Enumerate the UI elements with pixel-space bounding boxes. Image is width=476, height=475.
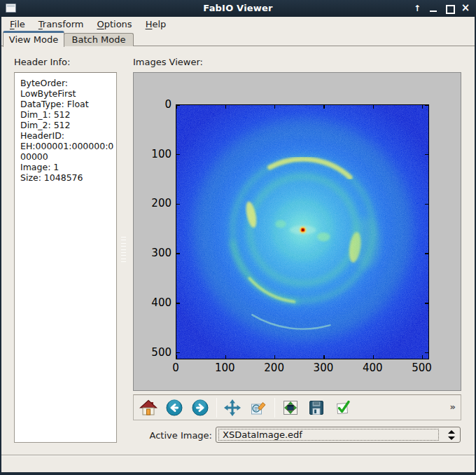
tick-label: 500 bbox=[134, 346, 172, 359]
menu-file[interactable]: File bbox=[10, 19, 25, 29]
header-entry: Dim_1: 512 bbox=[20, 109, 114, 120]
back-icon[interactable] bbox=[164, 397, 185, 418]
toolbar-overflow-chevron[interactable]: » bbox=[450, 401, 456, 412]
tick-label: 100 bbox=[209, 362, 240, 374]
tick-mark bbox=[225, 105, 227, 109]
tick-label: 100 bbox=[134, 148, 172, 160]
pane-divider bbox=[1, 455, 475, 456]
diffraction-image[interactable] bbox=[176, 104, 429, 359]
save-icon[interactable] bbox=[306, 397, 327, 418]
tick-mark bbox=[422, 355, 424, 359]
forward-icon[interactable] bbox=[190, 397, 211, 418]
window-title: FabIO Viewer bbox=[0, 3, 476, 13]
menubar: File Transform Options Help bbox=[1, 17, 475, 31]
matplotlib-canvas[interactable]: 01002003004005000100200300400500 bbox=[133, 72, 461, 391]
tab-view-mode[interactable]: View Mode bbox=[3, 31, 64, 47]
tick-mark bbox=[425, 104, 428, 106]
statusbar bbox=[1, 457, 475, 472]
tick-mark bbox=[425, 352, 428, 354]
tick-mark bbox=[425, 204, 428, 205]
images-viewer-label: Images Viewer: bbox=[133, 57, 203, 67]
titlebar[interactable]: FabIO Viewer ↑ × bbox=[0, 0, 476, 17]
header-info-label: Header Info: bbox=[14, 57, 70, 67]
close-icon[interactable]: × bbox=[461, 4, 470, 13]
tick-mark bbox=[274, 105, 276, 109]
active-image-label: Active Image: bbox=[128, 430, 212, 441]
minimize-icon[interactable] bbox=[428, 4, 438, 13]
tick-label: 500 bbox=[407, 362, 438, 374]
tick-label: 0 bbox=[134, 98, 172, 111]
tick-mark bbox=[274, 355, 276, 359]
header-entry: DataType: Float bbox=[20, 99, 114, 109]
tick-mark bbox=[176, 154, 180, 156]
header-entry: Dim_2: 512 bbox=[20, 120, 114, 130]
tick-label: 200 bbox=[259, 362, 290, 374]
tick-label: 300 bbox=[134, 247, 172, 259]
pan-icon[interactable] bbox=[222, 397, 243, 418]
configure-subplots-icon[interactable] bbox=[280, 397, 301, 418]
tick-mark bbox=[425, 303, 428, 304]
tick-mark bbox=[373, 355, 374, 359]
menu-options[interactable]: Options bbox=[97, 19, 132, 29]
home-icon[interactable] bbox=[138, 397, 159, 418]
tick-mark bbox=[323, 105, 325, 109]
navigation-toolbar: » bbox=[133, 394, 461, 420]
tick-mark bbox=[323, 355, 325, 359]
tick-mark bbox=[176, 352, 180, 354]
tick-mark bbox=[425, 154, 428, 156]
tick-mark bbox=[176, 105, 177, 109]
active-image-value: XSDataImage.edf bbox=[218, 429, 439, 441]
tick-mark bbox=[176, 104, 180, 106]
tab-batch-mode[interactable]: Batch Mode bbox=[64, 33, 134, 46]
tick-mark bbox=[176, 355, 177, 359]
tick-mark bbox=[225, 355, 227, 359]
combobox-spinner-icon[interactable] bbox=[446, 429, 456, 441]
tick-mark bbox=[176, 253, 180, 254]
tick-label: 400 bbox=[134, 296, 172, 309]
tick-label: 0 bbox=[160, 362, 191, 374]
header-entry: ByteOrder: LowByteFirst bbox=[20, 78, 114, 99]
tick-mark bbox=[373, 105, 374, 109]
shade-icon[interactable]: ↑ bbox=[412, 4, 422, 13]
header-entry: Image: 1 bbox=[20, 162, 114, 172]
header-entry: Size: 1048576 bbox=[20, 172, 114, 183]
tick-label: 400 bbox=[357, 362, 388, 374]
toolbar-separator bbox=[274, 398, 275, 418]
tick-label: 300 bbox=[308, 362, 339, 374]
zoom-rect-icon[interactable] bbox=[248, 397, 269, 418]
header-info-list[interactable]: ByteOrder: LowByteFirst DataType: Float … bbox=[14, 72, 117, 443]
toolbar-separator bbox=[216, 398, 217, 418]
apply-check-icon[interactable] bbox=[332, 397, 353, 418]
tick-mark bbox=[176, 204, 180, 205]
menu-help[interactable]: Help bbox=[146, 19, 167, 29]
tick-label: 200 bbox=[134, 197, 172, 209]
maximize-icon[interactable] bbox=[444, 4, 454, 13]
panel-splitter-handle[interactable] bbox=[120, 236, 127, 263]
tick-mark bbox=[176, 303, 180, 304]
tick-mark bbox=[425, 253, 428, 254]
header-entry: HeaderID: EH:000001:000000:000000 bbox=[20, 130, 114, 162]
diffraction-pattern bbox=[176, 105, 428, 359]
menu-transform[interactable]: Transform bbox=[38, 19, 84, 29]
app-window: FabIO Viewer ↑ × File Transform Options … bbox=[0, 0, 476, 475]
active-image-combobox[interactable]: XSDataImage.edf bbox=[216, 427, 461, 443]
tick-mark bbox=[422, 105, 424, 109]
tabbar: View Mode Batch Mode bbox=[1, 31, 475, 46]
